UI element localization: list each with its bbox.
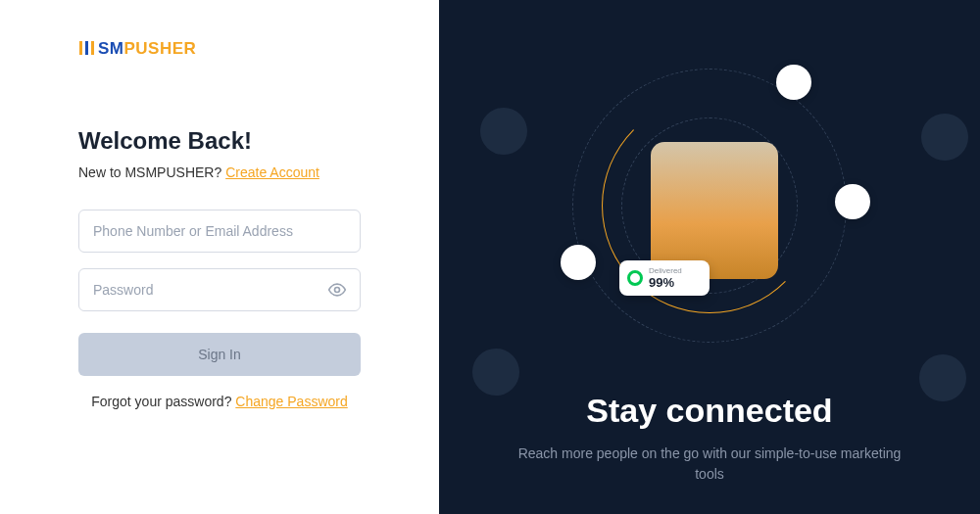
forgot-prompt: Forgot your password? Change Password (78, 394, 361, 409)
hero-subtitle: Reach more people on the go with our sim… (514, 444, 906, 485)
create-account-link[interactable]: Create Account (225, 164, 319, 180)
svg-point-3 (335, 288, 340, 293)
identifier-field-wrap (78, 210, 361, 253)
svg-rect-2 (91, 41, 94, 55)
delivered-value: 99% (649, 275, 700, 290)
signup-prompt-text: New to MSMPUSHER? (78, 164, 225, 180)
avatar (480, 108, 527, 155)
avatar (472, 349, 519, 396)
hero-panel: Delivered 99% Stay connected Reach more … (439, 0, 980, 514)
delivered-label: Delivered (649, 266, 700, 275)
change-password-link[interactable]: Change Password (235, 394, 347, 409)
hero-title: Stay connected (586, 392, 832, 430)
sim-icon (561, 245, 596, 280)
password-input[interactable] (78, 268, 361, 311)
login-panel: SMPUSHER Welcome Back! New to MSMPUSHER?… (0, 0, 439, 514)
svg-rect-0 (79, 41, 82, 55)
show-password-icon[interactable] (327, 280, 347, 300)
delivered-badge: Delivered 99% (619, 260, 710, 296)
avatar (919, 354, 966, 401)
target-icon (627, 270, 643, 286)
hero-illustration: Delivered 99% (543, 59, 876, 352)
identifier-input[interactable] (78, 210, 361, 253)
envelope-icon (835, 184, 870, 219)
logo-icon (78, 39, 96, 57)
svg-rect-1 (85, 41, 88, 55)
logo-text-sm: SM (98, 39, 124, 58)
person-image (651, 142, 778, 279)
avatar (921, 114, 968, 161)
brand-logo: SMPUSHER (78, 39, 361, 59)
signin-button[interactable]: Sign In (78, 333, 361, 376)
password-field-wrap (78, 268, 361, 311)
page-title: Welcome Back! (78, 127, 361, 155)
forgot-prompt-text: Forgot your password? (91, 394, 235, 409)
logo-text-pusher: PUSHER (124, 39, 197, 58)
signup-prompt: New to MSMPUSHER? Create Account (78, 164, 361, 180)
chat-icon (776, 65, 811, 100)
hero-photo (651, 142, 778, 279)
